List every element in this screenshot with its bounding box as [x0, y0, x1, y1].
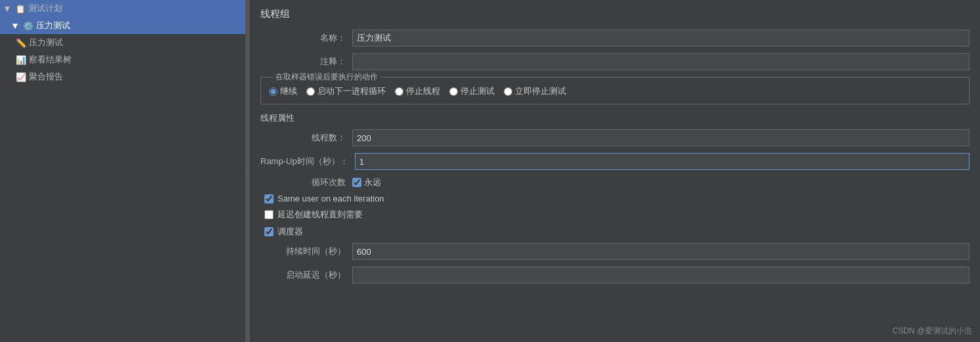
test-plan-folder-icon: 📋	[15, 4, 26, 14]
main-content: 线程组 名称： 注释： 在取样器错误后要执行的动作 继续 启动下一进程循环 停止…	[250, 0, 980, 342]
startup-delay-input[interactable]	[352, 267, 970, 284]
same-user-row: Same user on each iteration	[260, 194, 970, 203]
sidebar-item-label: 测试计划	[28, 3, 62, 14]
thread-count-input[interactable]	[352, 129, 970, 146]
forever-checkbox-label[interactable]: 永远	[352, 177, 381, 188]
radio-stop-thread[interactable]: 停止线程	[395, 85, 440, 97]
ramp-up-row: Ramp-Up时间（秒）：	[260, 153, 970, 170]
same-user-label: Same user on each iteration	[277, 194, 384, 203]
sidebar-item-label: 聚合报告	[29, 71, 63, 83]
ramp-up-label: Ramp-Up时间（秒）：	[260, 156, 355, 167]
scheduler-row: 调度器	[260, 226, 970, 238]
name-label: 名称：	[260, 32, 352, 44]
name-input[interactable]	[352, 30, 970, 47]
error-action-fieldset: 在取样器错误后要执行的动作 继续 启动下一进程循环 停止线程 停止测试 立即停止…	[260, 77, 970, 104]
radio-continue-input[interactable]	[269, 87, 277, 96]
loop-count-label: 循环次数	[260, 177, 352, 188]
sidebar-item-stress-test[interactable]: ▼ ⚙️ 压力测试	[0, 17, 245, 34]
comment-label: 注释：	[260, 56, 352, 68]
thread-count-label: 线程数：	[260, 132, 352, 144]
delay-create-row: 延迟创建线程直到需要	[260, 209, 970, 221]
sidebar-item-test-plan[interactable]: ▼ 📋 测试计划	[0, 0, 245, 17]
error-action-legend: 在取样器错误后要执行的动作	[273, 72, 380, 83]
radio-stop-test-now-input[interactable]	[504, 87, 512, 96]
duration-label: 持续时间（秒）	[260, 246, 352, 257]
radio-start-next-loop[interactable]: 启动下一进程循环	[306, 85, 386, 97]
radio-continue[interactable]: 继续	[269, 85, 297, 97]
name-row: 名称：	[260, 30, 970, 47]
sidebar-item-aggregate-report[interactable]: 📈 聚合报告	[0, 68, 245, 85]
scheduler-label: 调度器	[277, 226, 303, 238]
forever-label: 永远	[364, 177, 381, 188]
stress-test-gear-icon: ⚙️	[23, 21, 33, 31]
startup-delay-row: 启动延迟（秒）	[260, 267, 970, 284]
aggregate-report-icon: 📈	[16, 72, 26, 82]
radio-stop-thread-label: 停止线程	[406, 85, 440, 97]
radio-stop-test[interactable]: 停止测试	[449, 85, 495, 97]
sidebar-item-label: 察看结果树	[29, 54, 71, 66]
pressure-test-icon: ✏️	[16, 38, 26, 48]
radio-stop-test-now-label: 立即停止测试	[515, 85, 566, 97]
comment-row: 注释：	[260, 53, 970, 70]
ramp-up-input[interactable]	[355, 153, 970, 170]
test-plan-icon: ▼	[3, 3, 12, 14]
section-title: 线程组	[260, 8, 970, 20]
sidebar-item-label: 压力测试	[36, 20, 70, 32]
forever-checkbox[interactable]	[352, 178, 361, 187]
radio-start-next-loop-input[interactable]	[306, 87, 315, 96]
radio-stop-thread-input[interactable]	[395, 87, 403, 96]
error-action-radio-group: 继续 启动下一进程循环 停止线程 停止测试 立即停止测试	[269, 83, 961, 97]
stress-test-expand-icon: ▼	[10, 20, 20, 31]
duration-input[interactable]	[352, 243, 970, 260]
scheduler-checkbox[interactable]	[264, 227, 274, 236]
sidebar-item-pressure-test[interactable]: ✏️ 压力测试	[0, 34, 245, 51]
same-user-checkbox[interactable]	[264, 194, 274, 203]
thread-props-header: 线程属性	[260, 112, 970, 124]
sidebar: ▼ 📋 测试计划 ▼ ⚙️ 压力测试 ✏️ 压力测试 📊 察看结果树 📈 聚合报…	[0, 0, 246, 342]
sidebar-item-label: 压力测试	[29, 37, 63, 49]
delay-create-label: 延迟创建线程直到需要	[277, 209, 363, 221]
delay-create-checkbox[interactable]	[264, 210, 274, 219]
radio-stop-test-now[interactable]: 立即停止测试	[504, 85, 566, 97]
loop-count-row: 循环次数 永远	[260, 177, 970, 188]
comment-input[interactable]	[352, 53, 970, 70]
startup-delay-label: 启动延迟（秒）	[260, 269, 352, 281]
duration-row: 持续时间（秒）	[260, 243, 970, 260]
radio-continue-label: 继续	[280, 85, 297, 97]
thread-count-row: 线程数：	[260, 129, 970, 146]
radio-start-next-loop-label: 启动下一进程循环	[317, 85, 386, 97]
view-result-tree-icon: 📊	[16, 55, 26, 65]
radio-stop-test-input[interactable]	[449, 87, 458, 96]
sidebar-item-view-result-tree[interactable]: 📊 察看结果树	[0, 51, 245, 68]
watermark: CSDN @爱测试的小浩	[892, 326, 972, 337]
radio-stop-test-label: 停止测试	[460, 85, 495, 97]
